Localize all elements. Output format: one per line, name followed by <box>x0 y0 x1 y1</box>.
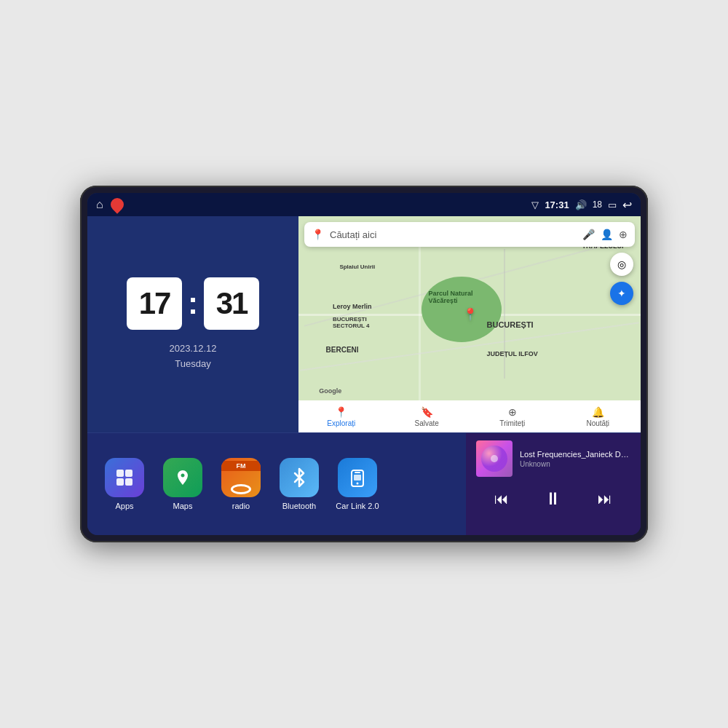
map-label-parcul: Parcul NaturalVăcărești <box>429 290 473 304</box>
music-info: Lost Frequencies_Janieck Devy-... Unknow… <box>520 450 630 468</box>
battery-icon: ▭ <box>608 199 617 210</box>
app-item-radio[interactable]: FM radio <box>215 458 266 510</box>
status-left: ⌂ <box>96 198 124 211</box>
volume-icon: 🔊 <box>575 199 587 210</box>
map-label-sector: BUCUREȘTISECTORUL 4 <box>333 316 369 329</box>
bluetooth-label: Bluetooth <box>282 502 316 510</box>
music-panel: Lost Frequencies_Janieck Devy-... Unknow… <box>466 433 641 535</box>
carlink-icon <box>338 458 377 497</box>
top-row: 17 : 31 2023.12.12 Tuesday <box>87 216 641 433</box>
map-label-google: Google <box>319 387 341 395</box>
map-label-splaiul: Splaiul Unirii <box>339 264 375 270</box>
map-bottom-nav: 📍 Explorați 🔖 Salvate ⊕ Trimiteți 🔔 <box>298 400 641 432</box>
app-item-maps[interactable]: Maps <box>157 458 208 510</box>
map-label-leroy: Leroy Merlin <box>333 303 372 310</box>
map-layers-icon[interactable]: ⊕ <box>619 229 628 240</box>
apps-panel: Apps Maps <box>87 433 466 535</box>
radio-icon: FM <box>221 458 261 497</box>
app-item-apps[interactable]: Apps <box>99 458 150 510</box>
gps-icon: ▽ <box>531 199 539 210</box>
status-bar: ⌂ ▽ 17:31 🔊 18 ▭ ↩ <box>87 193 641 216</box>
app-item-bluetooth[interactable]: Bluetooth <box>274 458 325 510</box>
music-top: Lost Frequencies_Janieck Devy-... Unknow… <box>476 440 630 477</box>
music-next-button[interactable]: ⏭ <box>595 488 615 510</box>
status-time: 17:31 <box>545 199 569 210</box>
music-artist: Unknown <box>520 460 630 468</box>
device-screen: ⌂ ▽ 17:31 🔊 18 ▭ ↩ 17 : <box>87 193 641 535</box>
map-label-judet: JUDEȚUL ILFOV <box>487 350 538 357</box>
apps-label: Apps <box>115 502 133 510</box>
map-nav-saved-icon: 🔖 <box>421 406 433 418</box>
map-label-bucuresti: BUCUREȘTI <box>487 320 534 329</box>
map-nav-explore-icon: 📍 <box>335 406 347 418</box>
svg-point-7 <box>357 483 359 485</box>
clock-display: 17 : 31 <box>127 277 259 330</box>
app-item-carlink[interactable]: Car Link 2.0 <box>332 458 383 510</box>
radio-label: radio <box>232 502 250 510</box>
map-nav-send-icon: ⊕ <box>508 406 517 418</box>
clock-hour: 17 <box>127 277 182 330</box>
map-nav-news[interactable]: 🔔 Noutăți <box>555 406 641 427</box>
music-controls: ⏮ ⏸ ⏭ <box>476 486 630 512</box>
maps-label: Maps <box>173 502 193 510</box>
map-nav-send[interactable]: ⊕ Trimiteți <box>470 406 555 427</box>
svg-point-9 <box>491 455 498 462</box>
clock-date-value: 2023.12.12 <box>169 341 216 357</box>
device-body: ⌂ ▽ 17:31 🔊 18 ▭ ↩ 17 : <box>80 186 648 542</box>
clock-day-value: Tuesday <box>169 357 216 372</box>
svg-rect-1 <box>125 470 132 477</box>
map-nav-saved[interactable]: 🔖 Salvate <box>384 406 470 427</box>
carlink-label: Car Link 2.0 <box>336 502 379 510</box>
svg-rect-5 <box>355 472 360 473</box>
map-panel[interactable]: Parcul NaturalVăcărești Leroy Merlin BER… <box>298 216 641 432</box>
back-icon[interactable]: ↩ <box>622 198 632 212</box>
music-thumbnail <box>476 440 513 477</box>
map-nav-explore[interactable]: 📍 Explorați <box>298 406 384 427</box>
main-area: 17 : 31 2023.12.12 Tuesday <box>87 216 641 535</box>
map-nav-explore-label: Explorați <box>327 419 355 427</box>
maps-icon <box>163 458 202 497</box>
map-nav-send-label: Trimiteți <box>499 419 525 427</box>
map-location-pin: 📍 <box>463 307 478 321</box>
home-icon[interactable]: ⌂ <box>96 198 103 211</box>
music-play-button[interactable]: ⏸ <box>542 486 565 512</box>
map-search-text[interactable]: Căutați aici <box>330 229 577 240</box>
clock-date: 2023.12.12 Tuesday <box>169 341 216 372</box>
bluetooth-icon <box>280 458 319 497</box>
map-mic-icon[interactable]: 🎤 <box>582 229 595 240</box>
map-nav-saved-label: Salvate <box>415 419 439 427</box>
map-nav-button[interactable]: ✦ <box>610 282 633 305</box>
clock-minute: 31 <box>204 277 259 330</box>
music-prev-button[interactable]: ⏮ <box>491 488 512 510</box>
map-search-pin-icon: 📍 <box>312 229 324 240</box>
map-label-berceni: BERCENI <box>326 346 359 354</box>
map-nav-news-label: Noutăți <box>586 419 609 427</box>
map-locate-button[interactable]: ◎ <box>610 253 633 276</box>
maps-status-icon[interactable] <box>108 195 126 213</box>
map-search-actions: 🎤 👤 ⊕ <box>582 229 628 240</box>
svg-rect-3 <box>125 478 132 486</box>
svg-rect-2 <box>116 478 124 486</box>
apps-icon <box>105 458 144 497</box>
clock-colon: : <box>188 288 198 319</box>
map-nav-news-icon: 🔔 <box>592 406 604 418</box>
music-title: Lost Frequencies_Janieck Devy-... <box>520 450 630 459</box>
status-right: ▽ 17:31 🔊 18 ▭ ↩ <box>531 198 632 212</box>
volume-level: 18 <box>593 199 602 210</box>
clock-panel: 17 : 31 2023.12.12 Tuesday <box>87 216 298 432</box>
svg-rect-6 <box>354 475 361 480</box>
svg-rect-0 <box>116 470 124 477</box>
bottom-row: Apps Maps <box>87 433 641 535</box>
map-search-bar[interactable]: 📍 Căutați aici 🎤 👤 ⊕ <box>304 222 635 247</box>
map-account-icon[interactable]: 👤 <box>601 229 613 240</box>
